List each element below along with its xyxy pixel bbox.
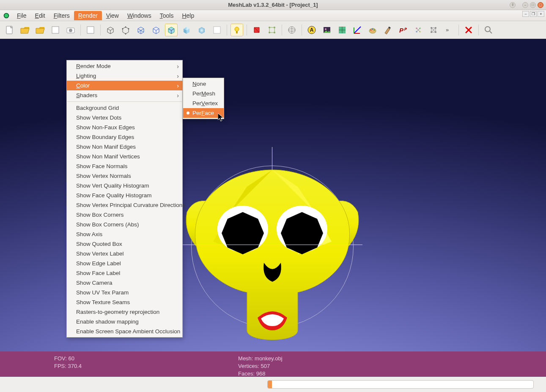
menu-render[interactable]: Render: [74, 11, 102, 20]
smooth-icon[interactable]: [195, 24, 208, 36]
render-menu-show-edge-label[interactable]: Show Edge Label: [67, 259, 182, 268]
render-menu-shaders[interactable]: Shaders: [67, 90, 182, 100]
minimize-button[interactable]: –: [522, 2, 528, 8]
render-menu-show-box-corners-abs-[interactable]: Show Box Corners (Abs): [67, 220, 182, 229]
render-menu-color[interactable]: Color: [67, 81, 182, 90]
menu-items: FileEditFiltersRenderViewWindowsToolsHel…: [13, 11, 198, 20]
bbox-icon[interactable]: [104, 24, 117, 36]
render-menu-show-boundary-edges[interactable]: Show Boundary Edges: [67, 132, 182, 142]
close-button[interactable]: ×: [538, 2, 543, 8]
pp-icon[interactable]: Pᴾ: [397, 24, 409, 36]
image-icon[interactable]: [321, 24, 333, 36]
axes-icon[interactable]: [351, 24, 364, 36]
open-project[interactable]: [19, 24, 31, 36]
render-menu-show-face-normals[interactable]: Show Face Normals: [67, 161, 182, 171]
render-menu-show-vertex-label[interactable]: Show Vertex Label: [67, 249, 182, 259]
selection-vert-icon[interactable]: [266, 24, 278, 36]
app-icon: [3, 12, 10, 19]
viewport-3d[interactable]: Render ModeLightingColorShadersBackgroun…: [0, 39, 546, 351]
menu-windows[interactable]: Windows: [123, 11, 156, 20]
color-menu-per-face[interactable]: Per Face: [183, 108, 224, 118]
svg-point-38: [485, 27, 490, 32]
render-menu-rasters-to-geometry-reprojection[interactable]: Rasters-to-geometry reprojection: [67, 307, 182, 317]
toolbar-separator: [80, 24, 81, 35]
window-controls-secondary: ⇧: [510, 2, 516, 8]
render-menu-show-face-quality-histogram[interactable]: Show Face Quality Histogram: [67, 191, 182, 200]
show-layers[interactable]: [84, 24, 97, 36]
texture-icon[interactable]: [211, 24, 223, 36]
brush-icon[interactable]: [381, 24, 394, 36]
toolbar-separator: [227, 24, 227, 35]
roll-up-button[interactable]: ⇧: [510, 2, 516, 8]
progress-chunk: [268, 381, 272, 388]
render-menu-enable-screen-space-ambient-occlusion[interactable]: Enable Screen Space Ambient Occlusion: [67, 327, 182, 336]
render-menu-show-vertex-dots[interactable]: Show Vertex Dots: [67, 113, 182, 122]
bottom-bar: [0, 377, 546, 392]
render-menu-show-box-corners[interactable]: Show Box Corners: [67, 210, 182, 220]
render-menu-show-vert-quality-histogram[interactable]: Show Vert Quality Histogram: [67, 181, 182, 191]
search-icon[interactable]: [482, 24, 495, 36]
svg-text:A: A: [310, 27, 314, 33]
window-title: MeshLab v1.3.2_64bit - [Project_1]: [228, 2, 318, 8]
menu-tools[interactable]: Tools: [156, 11, 178, 20]
color-menu-none[interactable]: None: [183, 79, 224, 89]
light-icon[interactable]: [230, 24, 243, 36]
render-menu-background-grid[interactable]: Background Grid: [67, 103, 182, 113]
painter-icon[interactable]: [366, 24, 379, 36]
flat-lines-icon[interactable]: [165, 24, 178, 36]
status-right: Mesh: monkey.obj Vertices: 507 Faces: 96…: [238, 355, 283, 373]
svg-rect-5: [87, 27, 94, 33]
color-menu-per-mesh[interactable]: Per Mesh: [183, 89, 224, 98]
delete-icon[interactable]: [462, 24, 475, 36]
render-menu-show-uv-tex-param[interactable]: Show UV Tex Param: [67, 288, 182, 297]
maximize-button[interactable]: □: [530, 2, 536, 8]
svg-point-16: [274, 32, 275, 33]
progress-bar: [267, 380, 534, 389]
render-menu-lighting[interactable]: Lighting: [67, 71, 182, 81]
toolbar-separator: [100, 24, 101, 35]
svg-point-22: [325, 28, 327, 30]
render-menu-show-axis[interactable]: Show Axis: [67, 229, 182, 239]
save-snapshot[interactable]: [64, 24, 77, 36]
wire-icon[interactable]: [134, 24, 147, 36]
texture-tool-icon[interactable]: [336, 24, 348, 36]
render-menu-show-non-faux-edges[interactable]: Show Non-Faux Edges: [67, 122, 182, 132]
menu-view[interactable]: View: [102, 11, 123, 20]
svg-point-0: [4, 13, 9, 18]
render-menu-show-non-manif-vertices[interactable]: Show Non Manif Vertices: [67, 152, 182, 161]
menu-edit[interactable]: Edit: [31, 11, 49, 20]
render-menu-show-non-manif-edges[interactable]: Show Non Manif Edges: [67, 142, 182, 152]
status-fps: FPS: 370.4: [54, 362, 82, 370]
reload[interactable]: [49, 24, 62, 36]
menu-filters[interactable]: Filters: [49, 11, 74, 20]
main-toolbar: APᴾ»: [0, 21, 546, 39]
render-menu-show-vertex-normals[interactable]: Show Vertex Normals: [67, 171, 182, 181]
expand-icon[interactable]: »: [442, 24, 455, 36]
render-menu-show-camera[interactable]: Show Camera: [67, 278, 182, 288]
hidden-line-icon[interactable]: [150, 24, 162, 36]
svg-point-25: [370, 29, 372, 30]
menu-help[interactable]: Help: [178, 11, 198, 20]
graph-icon[interactable]: [427, 24, 440, 36]
cluster-icon[interactable]: [412, 24, 425, 36]
render-menu-render-mode[interactable]: Render Mode: [67, 61, 182, 71]
color-menu-per-vertex[interactable]: Per Vertex: [183, 98, 224, 108]
svg-point-8: [125, 26, 126, 27]
selection-face-icon[interactable]: [250, 24, 263, 36]
render-menu-show-quoted-box[interactable]: Show Quoted Box: [67, 239, 182, 249]
open-mesh[interactable]: [34, 24, 47, 36]
points-icon[interactable]: [119, 24, 132, 36]
render-menu-show-texture-seams[interactable]: Show Texture Seams: [67, 297, 182, 307]
new-project[interactable]: [3, 24, 16, 36]
render-menu-show-face-label[interactable]: Show Face Label: [67, 268, 182, 278]
render-menu-enable-shadow-mapping[interactable]: Enable shadow mapping: [67, 317, 182, 327]
mdi-close-button[interactable]: ×: [538, 11, 544, 17]
mdi-restore-button[interactable]: ❐: [530, 11, 537, 17]
globe-icon[interactable]: [285, 24, 298, 36]
menu-file[interactable]: File: [13, 11, 31, 20]
annotation-icon[interactable]: A: [305, 24, 318, 36]
mdi-minimize-button[interactable]: –: [522, 11, 529, 17]
render-menu-show-vertex-principal-curvature-directions[interactable]: Show Vertex Principal Curvature Directio…: [67, 200, 182, 210]
svg-rect-12: [236, 31, 238, 33]
flat-icon[interactable]: [180, 24, 193, 36]
